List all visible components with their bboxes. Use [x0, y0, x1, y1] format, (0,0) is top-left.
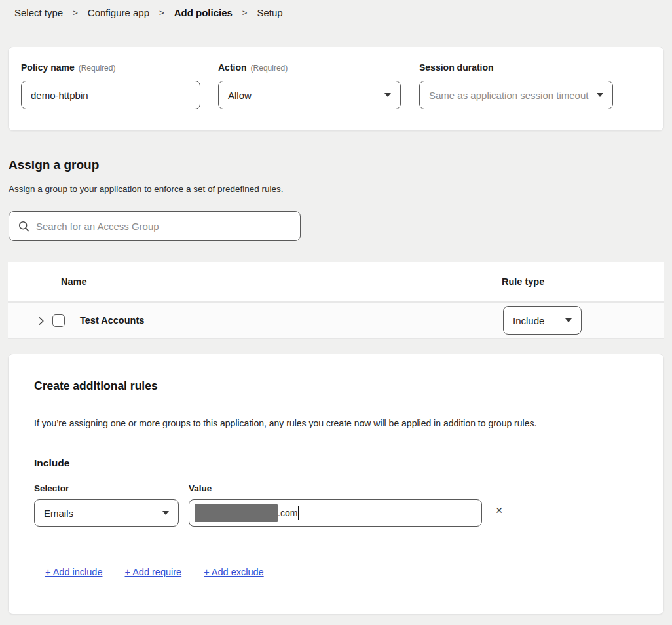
table-row: Test Accounts Include: [8, 303, 664, 339]
group-name: Test Accounts: [80, 315, 144, 326]
breadcrumb-item-configure-app[interactable]: Configure app: [88, 7, 149, 18]
selector-select[interactable]: Emails: [34, 499, 179, 527]
redacted-value: [195, 504, 278, 522]
add-require-link[interactable]: + Add require: [124, 567, 181, 577]
access-groups-table: Name Rule type Test Accounts Include: [8, 262, 664, 339]
include-heading: Include: [34, 457, 69, 469]
session-duration-label: Session duration: [419, 62, 494, 73]
required-hint: (Required): [251, 64, 288, 73]
breadcrumb-separator: >: [242, 8, 248, 18]
value-label: Value: [189, 483, 212, 493]
additional-rules-card: Create additional rules If you’re assign…: [8, 354, 664, 615]
assign-group-description: Assign a group to your application to en…: [9, 184, 284, 194]
action-label: Action: [218, 62, 247, 73]
close-icon: ✕: [495, 505, 503, 516]
rule-type-column-header: Rule type: [502, 276, 544, 287]
remove-rule-button[interactable]: ✕: [490, 501, 508, 520]
assign-group-title: Assign a group: [9, 158, 99, 172]
session-duration-select[interactable]: Same as application session timeout: [419, 81, 613, 109]
add-include-link[interactable]: + Add include: [45, 567, 102, 577]
search-icon: [18, 221, 29, 232]
rule-type-value: Include: [513, 315, 544, 326]
caret-down-icon: [565, 318, 572, 322]
expand-row-button[interactable]: [35, 315, 47, 327]
add-exclude-link[interactable]: + Add exclude: [204, 567, 264, 577]
rule-type-select[interactable]: Include: [503, 306, 582, 335]
action-field: Action(Required) Allow: [218, 62, 401, 109]
breadcrumb-item-add-policies[interactable]: Add policies: [174, 7, 233, 18]
action-select[interactable]: Allow: [218, 81, 401, 109]
policy-settings-card: Policy name(Required) demo-httpbin Actio…: [8, 47, 664, 131]
session-duration-value: Same as application session timeout: [429, 90, 588, 101]
table-header: Name Rule type: [8, 262, 664, 303]
search-placeholder: Search for an Access Group: [36, 221, 159, 232]
breadcrumb: Select type > Configure app > Add polici…: [14, 7, 283, 18]
chevron-right-icon: [36, 316, 47, 326]
selector-label: Selector: [34, 483, 69, 493]
value-suffix: .com: [278, 508, 297, 518]
breadcrumb-separator: >: [159, 8, 164, 18]
breadcrumb-separator: >: [73, 8, 78, 18]
session-duration-field: Session duration Same as application ses…: [419, 62, 613, 109]
policy-name-input[interactable]: demo-httpbin: [21, 81, 200, 109]
breadcrumb-item-setup[interactable]: Setup: [257, 7, 282, 18]
policy-name-label: Policy name: [21, 62, 75, 73]
caret-down-icon: [384, 93, 391, 97]
additional-rules-description: If you’re assigning one or more groups t…: [34, 418, 536, 428]
action-value: Allow: [228, 90, 252, 101]
row-checkbox[interactable]: [52, 314, 65, 327]
text-caret: [298, 506, 299, 520]
caret-down-icon: [162, 511, 169, 515]
policy-name-field: Policy name(Required) demo-httpbin: [21, 62, 200, 109]
caret-down-icon: [597, 93, 603, 97]
rule-value-input[interactable]: .com: [189, 499, 482, 527]
additional-rules-title: Create additional rules: [34, 379, 158, 393]
required-hint: (Required): [79, 64, 116, 73]
breadcrumb-item-select-type[interactable]: Select type: [14, 7, 63, 18]
selector-value: Emails: [44, 508, 73, 519]
add-policies-page: Select type > Configure app > Add polici…: [0, 0, 672, 625]
access-group-search-input[interactable]: Search for an Access Group: [9, 211, 301, 241]
name-column-header: Name: [61, 276, 87, 287]
policy-name-value: demo-httpbin: [31, 90, 88, 101]
add-rule-links: + Add include + Add require + Add exclud…: [45, 567, 264, 577]
